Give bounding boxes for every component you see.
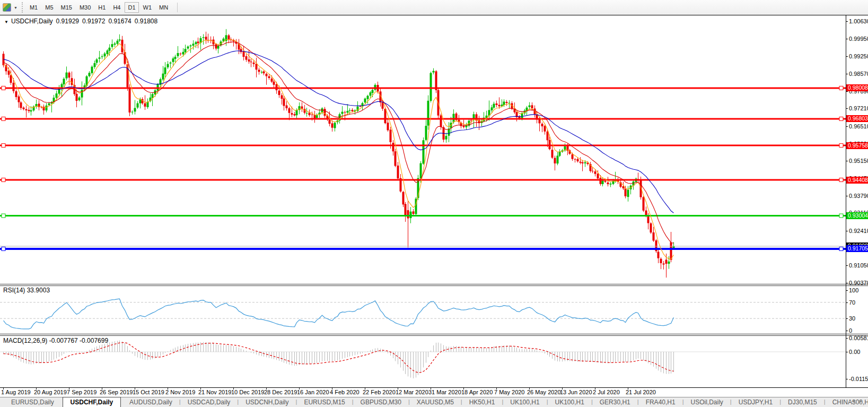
hline-price-label: 0.93004 — [846, 212, 868, 219]
date-label: 1 Aug 2019 — [1, 389, 31, 395]
chart-tab-eurusd[interactable]: EURUSD,M15 — [297, 397, 352, 407]
date-label: 26 May 2020 — [527, 389, 561, 395]
ohlc-close: 0.91808 — [135, 18, 157, 25]
rsi-tick-mark — [846, 331, 848, 331]
price-tick-mark — [846, 91, 848, 92]
rsi-tick-label: 30 — [849, 315, 868, 322]
chart-tab-usdcad[interactable]: USDCAD,Daily — [181, 397, 238, 407]
tab-scroll-arrows: ◄► — [851, 399, 866, 404]
price-tick-label: 0.96510 — [849, 123, 868, 129]
price-tick-mark — [846, 196, 848, 196]
date-label: 21 Nov 2019 — [198, 389, 231, 395]
date-label: 26 Sep 2019 — [100, 389, 133, 395]
macd-label: MACD(12,26,9) -0.007767 -0.007699 — [3, 337, 108, 344]
price-tick-label: 1.00630 — [849, 18, 868, 24]
date-label: 18 Apr 2020 — [461, 389, 493, 395]
date-label: 7 May 2020 — [494, 389, 524, 395]
hline-price-label: 0.95758 — [846, 142, 868, 149]
rsi-tick-mark — [846, 302, 848, 303]
rsi-tick-mark — [846, 290, 848, 291]
chart-menu-icon[interactable]: ▼ — [4, 20, 8, 24]
date-label: 21 Jul 2020 — [626, 389, 656, 395]
rsi-label: RSI(14) 33.9003 — [3, 287, 50, 294]
rsi-tick-label: 0 — [849, 327, 868, 334]
date-label: 12 Mar 2020 — [396, 389, 428, 395]
rsi-tick-mark — [846, 318, 848, 319]
hline-price-label: 0.96803 — [846, 115, 868, 122]
chart-tab-audusd[interactable]: AUDUSD,Daily — [122, 397, 179, 407]
price-tick-label: 0.91050 — [849, 262, 868, 269]
ohlc-open: 0.91929 — [56, 18, 79, 25]
chart-tab-usdchf[interactable]: USDCHF,Daily — [63, 397, 121, 407]
date-label: 31 Mar 2020 — [428, 389, 461, 395]
price-tick-label: 0.92410 — [849, 228, 868, 234]
price-tick-mark — [846, 161, 848, 161]
chart-title: ▼USDCHF,Daily0.919290.919720.916740.9180… — [4, 18, 161, 25]
ohlc-high: 0.91972 — [82, 18, 105, 25]
rsi-tick-label: 70 — [849, 299, 868, 306]
date-label: 13 Jun 2020 — [560, 389, 592, 395]
chart-tab-usdcnh[interactable]: USDCNH,Daily — [239, 397, 295, 407]
chart-tab-fra40[interactable]: FRA40,H1 — [639, 397, 682, 407]
hline-price-label: 0.91705 — [846, 245, 868, 252]
price-tick-mark — [846, 126, 848, 127]
date-label: 2 Jul 2020 — [593, 389, 620, 395]
price-tick-mark — [846, 231, 848, 231]
date-label: 20 Aug 2019 — [34, 389, 67, 395]
macd-tick-mark — [846, 379, 848, 379]
macd-tick-mark — [846, 338, 848, 339]
macd-tick-label: -0.011514 — [849, 376, 868, 382]
price-tick-label: 0.90370 — [849, 280, 868, 286]
price-tick-mark — [846, 108, 848, 109]
chart-tab-usoil[interactable]: USOil,Daily — [684, 397, 730, 407]
date-label: 16 Jan 2020 — [297, 389, 329, 395]
terminal-window: ▼ M1M5M15M30H1H4D1W1MN ▼USDCHF,Daily0.91… — [0, 0, 868, 407]
price-tick-label: 0.99250 — [849, 53, 868, 59]
price-tick-mark — [846, 56, 848, 57]
date-label: 4 Feb 2020 — [330, 389, 360, 395]
chart-tab-hk50[interactable]: HK50,H1 — [462, 397, 502, 407]
price-tick-label: 0.98570 — [849, 71, 868, 77]
date-label: 7 Sep 2019 — [67, 389, 97, 395]
chart-tab-bar: EURUSD,Daily|USDCHF,Daily|AUDUSD,Daily|U… — [0, 397, 868, 407]
rsi-tick-label: 100 — [849, 287, 868, 293]
tab-scroll-right-icon[interactable]: ► — [858, 399, 866, 404]
date-label: 22 Feb 2020 — [363, 389, 396, 395]
date-label: 2 Nov 2019 — [165, 389, 195, 395]
chart-tab-gbpusd[interactable]: GBPUSD,M30 — [354, 397, 408, 407]
price-tick-mark — [846, 39, 848, 39]
chart-tab-dj30[interactable]: DJ30,M15 — [781, 397, 824, 407]
ohlc-low: 0.91674 — [108, 18, 131, 25]
price-tick-mark — [846, 74, 848, 74]
macd-tick-mark — [846, 352, 848, 352]
price-tick-label: 0.93790 — [849, 193, 868, 199]
macd-tick-label: 0.00 — [849, 349, 868, 355]
chart-tab-ger30[interactable]: GER30,H1 — [593, 397, 637, 407]
chart-tab-eurusd[interactable]: EURUSD,Daily — [4, 397, 61, 407]
hline-price-label: 0.98008 — [846, 84, 868, 91]
price-tick-label: 0.95150 — [849, 158, 868, 164]
chart-symbol-label: USDCHF,Daily — [11, 18, 53, 25]
date-label: 15 Oct 2019 — [133, 389, 164, 395]
price-tick-label: 0.97210 — [849, 105, 868, 111]
chart-tab-usdjpy[interactable]: USDJPY,H1 — [732, 397, 779, 407]
chart-tab-uk100[interactable]: UK100,H1 — [548, 397, 591, 407]
date-label: 28 Dec 2019 — [264, 389, 297, 395]
chart-tabs: EURUSD,Daily|USDCHF,Daily|AUDUSD,Daily|U… — [4, 397, 868, 407]
date-label: 10 Dec 2019 — [231, 389, 264, 395]
price-tick-mark — [846, 21, 848, 22]
macd-tick-label: 0.005818 — [849, 335, 868, 341]
price-tick-label: 0.99950 — [849, 36, 868, 42]
hline-price-label: 0.94408 — [846, 177, 868, 184]
price-tick-mark — [846, 283, 848, 283]
tab-scroll-left-icon[interactable]: ◄ — [851, 399, 858, 404]
chart-tab-xauusd[interactable]: XAUUSD,M5 — [410, 397, 461, 407]
chart-tab-uk100[interactable]: UK100,H1 — [503, 397, 546, 407]
price-tick-mark — [846, 265, 848, 266]
